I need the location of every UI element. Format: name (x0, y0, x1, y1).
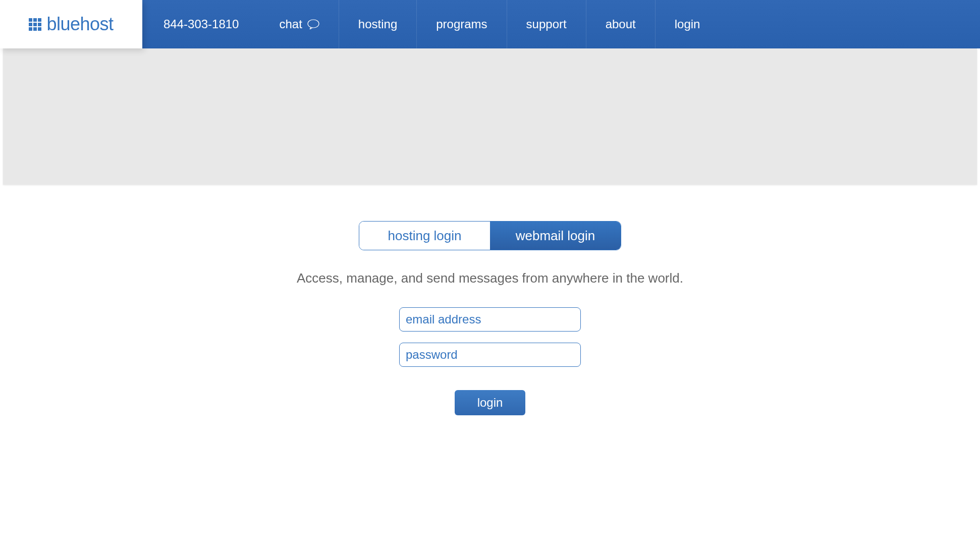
tab-hosting-login[interactable]: hosting login (359, 222, 490, 250)
login-button[interactable]: login (455, 390, 525, 415)
main-nav: 844-303-1810 chat hosting programs suppo… (142, 0, 980, 48)
nav-hosting-label: hosting (358, 17, 397, 31)
email-field[interactable] (399, 307, 581, 332)
svg-point-0 (308, 20, 319, 28)
login-subtitle: Access, manage, and send messages from a… (297, 270, 683, 286)
logo[interactable]: bluehost (0, 0, 142, 48)
nav-hosting[interactable]: hosting (339, 0, 416, 48)
nav-support[interactable]: support (507, 0, 586, 48)
tab-webmail-login[interactable]: webmail login (490, 222, 621, 250)
nav-login[interactable]: login (655, 0, 720, 48)
nav-support-label: support (526, 17, 567, 31)
nav-chat-label: chat (279, 17, 302, 31)
nav-chat[interactable]: chat (260, 0, 338, 48)
chat-bubble-icon (307, 19, 319, 29)
logo-text: bluehost (46, 14, 113, 35)
login-tabs: hosting login webmail login (359, 221, 621, 250)
login-form: login (399, 307, 581, 415)
tab-hosting-label: hosting login (388, 228, 462, 244)
nav-programs-label: programs (436, 17, 487, 31)
phone-number: 844-303-1810 (164, 17, 239, 31)
header: bluehost 844-303-1810 chat hosting progr… (0, 0, 980, 48)
nav-about-label: about (606, 17, 636, 31)
grid-icon (29, 18, 41, 31)
nav-login-label: login (675, 17, 700, 31)
banner-area (3, 48, 977, 185)
password-field[interactable] (399, 343, 581, 367)
nav-about[interactable]: about (586, 0, 655, 48)
nav-programs[interactable]: programs (416, 0, 506, 48)
nav-phone[interactable]: 844-303-1810 (142, 0, 260, 48)
login-section: hosting login webmail login Access, mana… (0, 185, 980, 415)
tab-webmail-label: webmail login (516, 228, 595, 244)
